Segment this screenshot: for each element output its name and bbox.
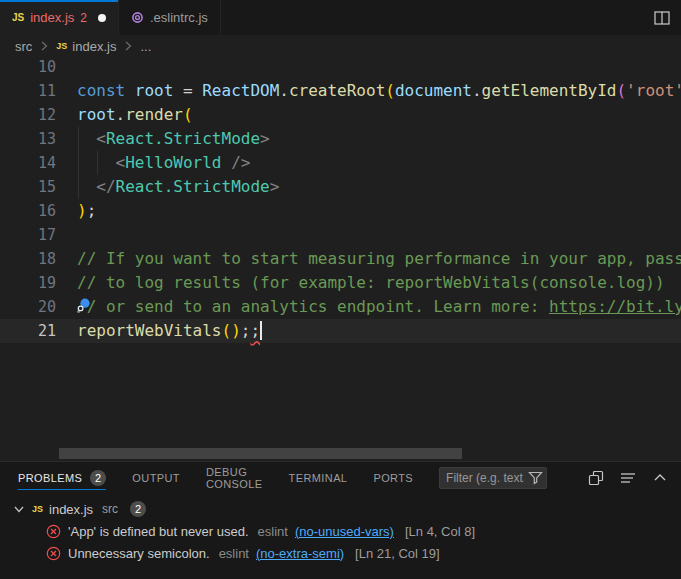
panel-tab-ports[interactable]: PORTS — [373, 462, 413, 493]
problems-file-path: src — [102, 502, 118, 516]
editor-tab-index.js[interactable]: JSindex.js2 — [0, 0, 119, 35]
panel-tab-label: PROBLEMS — [18, 472, 82, 484]
code-line-content[interactable]: root.render( — [77, 103, 681, 127]
code-token — [77, 129, 96, 148]
code-token — [77, 177, 96, 196]
modified-dot[interactable] — [98, 14, 106, 22]
panel-tab-label: OUTPUT — [132, 472, 180, 484]
code-token: // to log results (for example: reportWe… — [77, 273, 665, 292]
code-line-12: 12root.render( — [0, 103, 681, 127]
indent-guide — [78, 175, 79, 199]
code-line-content[interactable]: // or send to an analytics endpoint. Lea… — [77, 295, 681, 319]
breadcrumb-label: index.js — [72, 39, 116, 54]
code-token: ) — [77, 201, 87, 220]
panel-tab-output[interactable]: OUTPUT — [132, 462, 180, 493]
code-token: getElementById — [482, 81, 617, 100]
line-number[interactable]: 14 — [0, 151, 56, 175]
indent-guide — [78, 151, 79, 175]
code-token: https://bit.ly — [549, 297, 681, 316]
code-token: root — [77, 105, 116, 124]
code-token: </ — [96, 177, 115, 196]
view-as-table-icon[interactable] — [585, 467, 607, 489]
panel-tab-debug-console[interactable]: DEBUG CONSOLE — [206, 462, 263, 493]
problems-filter — [439, 467, 547, 489]
line-number[interactable]: 20 — [0, 295, 56, 319]
code-line-content[interactable]: </React.StrictMode> — [77, 175, 681, 199]
line-number[interactable]: 11 — [0, 79, 56, 103]
tab-error-count: 2 — [80, 11, 87, 25]
problem-source: eslint — [219, 546, 249, 561]
code-line-21: 21reportWebVitals();; — [0, 319, 681, 343]
code-token: ( — [385, 81, 395, 100]
breadcrumb-item-...[interactable]: ... — [140, 39, 151, 54]
horizontal-scrollbar[interactable] — [59, 448, 462, 459]
code-line-content[interactable]: // If you want to start measuring perfor… — [77, 247, 681, 271]
editor-tab-.eslintrc.js[interactable]: .eslintrc.js — [119, 0, 221, 35]
panel-tab-badge: 2 — [90, 470, 106, 486]
code-token: /> — [231, 153, 250, 172]
problems-file-name: index.js — [49, 502, 93, 517]
code-token: document — [395, 81, 472, 100]
panel-tab-terminal[interactable]: TERMINAL — [289, 462, 348, 493]
problem-row[interactable]: Unnecessary semicolon.eslint(no-extra-se… — [0, 542, 681, 564]
split-editor-icon[interactable] — [651, 7, 673, 29]
code-line-19: 19// to log results (for example: report… — [0, 271, 681, 295]
code-token: ; — [87, 201, 97, 220]
line-number[interactable]: 12 — [0, 103, 56, 127]
menu-lines-icon[interactable] — [617, 467, 639, 489]
code-token: = — [173, 81, 202, 100]
panel-tab-bar: PROBLEMS2OUTPUTDEBUG CONSOLETERMINALPORT… — [0, 462, 681, 493]
tabbar-actions — [651, 0, 673, 35]
panel-tab-label: PORTS — [373, 472, 413, 484]
panel-tab-label: TERMINAL — [289, 472, 348, 484]
code-editor[interactable]: 1011const root = ReactDOM.createRoot(doc… — [0, 57, 681, 461]
line-number[interactable]: 19 — [0, 271, 56, 295]
code-token: . — [472, 81, 482, 100]
vscode-window: JSindex.js2.eslintrc.js srcJSindex.js...… — [0, 0, 681, 579]
code-token: ; — [241, 321, 251, 340]
code-line-content[interactable]: const root = ReactDOM.createRoot(documen… — [77, 79, 681, 103]
error-icon — [46, 524, 61, 539]
code-token: > — [270, 177, 280, 196]
problem-row[interactable]: 'App' is defined but never used.eslint(n… — [0, 520, 681, 542]
tab-label: .eslintrc.js — [150, 10, 208, 25]
problem-rule-link[interactable]: (no-unused-vars) — [295, 524, 394, 539]
line-number[interactable]: 10 — [0, 57, 56, 79]
code-token: ReactDOM — [202, 81, 279, 100]
line-number[interactable]: 18 — [0, 247, 56, 271]
breadcrumb-item-index.js[interactable]: JSindex.js — [56, 39, 116, 54]
panel-actions — [585, 467, 671, 489]
code-token: < — [116, 153, 126, 172]
code-line-content[interactable]: // to log results (for example: reportWe… — [77, 271, 681, 295]
code-line-17: 17 — [0, 223, 681, 247]
code-line-content[interactable]: ); — [77, 199, 681, 223]
problem-rule-link[interactable]: (no-extra-semi) — [256, 546, 344, 561]
code-line-content[interactable] — [77, 57, 681, 79]
bottom-panel: PROBLEMS2OUTPUTDEBUG CONSOLETERMINALPORT… — [0, 461, 681, 579]
problem-location: [Ln 4, Col 8] — [405, 524, 475, 539]
problems-count-badge: 2 — [130, 501, 146, 517]
code-token: . — [116, 105, 126, 124]
line-number[interactable]: 15 — [0, 175, 56, 199]
line-number[interactable]: 21 — [0, 319, 56, 343]
panel-tab-problems[interactable]: PROBLEMS2 — [18, 462, 106, 493]
code-line-content[interactable]: reportWebVitals();; — [77, 319, 681, 343]
code-token: () — [222, 321, 241, 340]
line-number[interactable]: 16 — [0, 199, 56, 223]
problem-location: [Ln 21, Col 19] — [355, 546, 440, 561]
line-number[interactable]: 13 — [0, 127, 56, 151]
line-number[interactable]: 17 — [0, 223, 56, 247]
code-line-content[interactable]: <HelloWorld /> — [77, 151, 681, 175]
problem-message: Unnecessary semicolon. — [68, 546, 210, 561]
breadcrumb-item-src[interactable]: src — [15, 39, 32, 54]
chevron-up-icon[interactable] — [649, 467, 671, 489]
tab-label: index.js — [30, 10, 74, 25]
breadcrumb: srcJSindex.js... — [0, 35, 681, 57]
problem-source: eslint — [258, 524, 288, 539]
code-line-15: 15 </React.StrictMode> — [0, 175, 681, 199]
problems-file-group[interactable]: JS index.js src 2 — [0, 498, 681, 520]
breadcrumb-separator-icon — [38, 40, 50, 52]
code-line-content[interactable]: <React.StrictMode> — [77, 127, 681, 151]
error-icon — [46, 546, 61, 561]
code-line-content[interactable] — [77, 223, 681, 247]
